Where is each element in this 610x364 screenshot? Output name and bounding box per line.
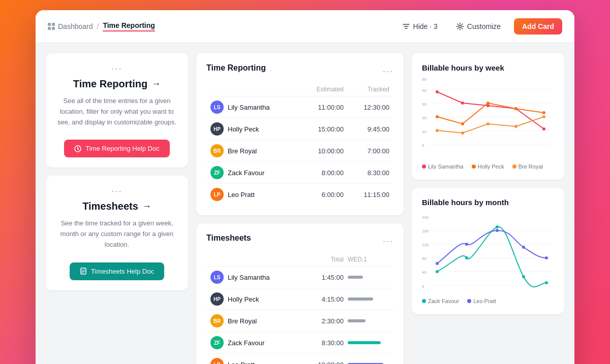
legend-holly: Holly Peck [472,163,504,170]
timesheets-table-header: Total WED,1 [206,253,393,266]
top-nav: Dashboard / Time Reporting Hide · 3 Cust… [36,10,574,43]
time-bar [348,297,373,301]
svg-point-59 [545,256,548,259]
user-name: Lily Samantha [228,104,269,111]
estimated-time: 6:00:00 [293,191,344,198]
legend-leo: Leo Pratt [467,298,496,304]
dashboard-link[interactable]: Dashboard [48,22,93,30]
clock-icon [74,145,81,152]
user-cell: BR Bre Royal [210,144,293,157]
add-card-button[interactable]: Add Card [514,18,562,35]
time-bar [348,276,363,279]
table-row: HP Holly Peck 4:15:00 [206,288,393,310]
time-reporting-help-button[interactable]: Time Reporting Help Doc [64,140,169,157]
user-name: Leo Pratt [228,361,255,365]
timesheets-info-title: Timesheets → [82,201,151,212]
weekly-chart: 0 10 20 30 40 50 Week 6 W [422,78,554,159]
svg-text:50: 50 [422,78,426,82]
timesheets-help-button[interactable]: Timesheets Help Doc [70,262,164,280]
avatar: BR [210,314,224,327]
weekly-chart-svg: 0 10 20 30 40 50 Week 6 W [422,78,554,149]
user-cell: HP Holly Peck [210,292,293,306]
avatar: LS [210,101,224,114]
monthly-chart-card: Billable hours by month 0 40 80 120 160 … [412,188,564,314]
right-column: Billable hours by week 0 10 20 30 40 50 [412,53,564,364]
estimated-time: 15:00:00 [293,125,344,133]
tracked-time: 11:15:00 [344,191,389,198]
user-cell: LS Lily Samantha [210,101,293,114]
svg-point-57 [496,229,499,232]
svg-point-26 [486,102,490,105]
table-row: BR Bre Royal 10:00:00 7:00:00 [206,140,393,161]
estimated-time: 11:00:00 [293,104,344,111]
timesheets-card-menu[interactable]: ··· [111,186,122,196]
customize-button[interactable]: Customize [451,19,506,34]
svg-text:Week 10: Week 10 [537,149,551,149]
time-reporting-description: See all of the time entries for a given … [56,96,178,127]
time-reporting-arrow: → [151,79,161,89]
time-reporting-table-card: Time Reporting ··· Estimated Tracked LS … [196,53,404,215]
timesheets-table-menu[interactable]: ··· [383,236,393,247]
time-reporting-table-menu[interactable]: ··· [383,66,393,77]
weekly-chart-title: Billable hours by week [422,63,554,72]
bar-cell [344,297,389,301]
svg-point-19 [436,90,439,93]
user-name: Bre Royal [228,317,257,325]
svg-text:30: 30 [422,102,426,107]
tracked-time: 8:30:00 [344,169,389,177]
svg-text:200: 200 [422,215,429,220]
timesheets-table-body: LS Lily Samantha 1:45:00 HP Holly Peck 4… [206,266,393,364]
svg-point-51 [465,256,468,259]
user-cell: HP Holly Peck [210,122,293,136]
total-time: 8:30:00 [293,339,344,347]
timesheets-info-card: ··· Timesheets → See the time tracked fo… [46,176,188,290]
gear-icon [456,22,464,30]
table-row: LP Leo Pratt 10:00:00 [206,353,393,364]
user-cell: LP Leo Pratt [210,188,293,201]
legend-dot-lily [422,164,426,169]
user-name: Bre Royal [228,147,257,155]
middle-column: Time Reporting ··· Estimated Tracked LS … [196,53,404,364]
hide-button[interactable]: Hide · 3 [397,19,443,34]
svg-point-23 [542,127,545,130]
svg-point-31 [486,122,490,125]
svg-point-30 [461,131,464,135]
legend-bre: Bre Royal [512,163,543,170]
bar-cell [344,319,389,322]
svg-point-0 [459,25,461,28]
svg-point-50 [436,270,439,273]
content: ··· Time Reporting → See all of the time… [36,43,574,364]
time-reporting-table-title: Time Reporting [206,63,266,73]
svg-text:Week 9: Week 9 [510,149,522,149]
timesheets-table-card: Timesheets ··· Total WED,1 LS Lily Saman… [196,223,404,364]
time-bar [348,319,365,322]
monthly-chart-title: Billable hours by month [422,198,554,207]
left-column: ··· Time Reporting → See all of the time… [46,53,188,364]
grid-icon [48,23,55,30]
svg-point-28 [542,111,545,114]
time-reporting-card-menu[interactable]: ··· [111,63,122,74]
time-reporting-table-body: LS Lily Samantha 11:00:00 12:30:00 HP Ho… [206,96,393,205]
avatar: HP [210,122,224,136]
avatar: ZF [210,336,224,349]
svg-text:40: 40 [422,270,426,275]
tracked-time: 7:00:00 [344,147,389,155]
svg-text:0: 0 [422,284,424,289]
bar-cell [344,341,389,344]
weekly-chart-card: Billable hours by week 0 10 20 30 40 50 [412,53,564,180]
table-row: LP Leo Pratt 6:00:00 11:15:00 [206,183,393,205]
svg-point-29 [436,129,439,132]
legend-dot-holly [472,164,476,169]
table-row: LS Lily Samantha 11:00:00 12:30:00 [206,96,393,118]
bar-cell [344,276,389,279]
legend-zack: Zack Favour [422,298,459,304]
user-cell: LP Leo Pratt [210,358,293,364]
svg-point-58 [522,246,525,249]
estimated-time: 8:00:00 [293,169,344,177]
user-name: Holly Peck [228,125,259,133]
tracked-time: 9:45:00 [344,125,389,133]
monthly-chart-svg: 0 40 80 120 160 200 Jan F [422,213,554,289]
svg-text:0: 0 [422,143,424,148]
avatar: LP [210,358,224,364]
main-container: Dashboard / Time Reporting Hide · 3 Cust… [36,10,574,364]
